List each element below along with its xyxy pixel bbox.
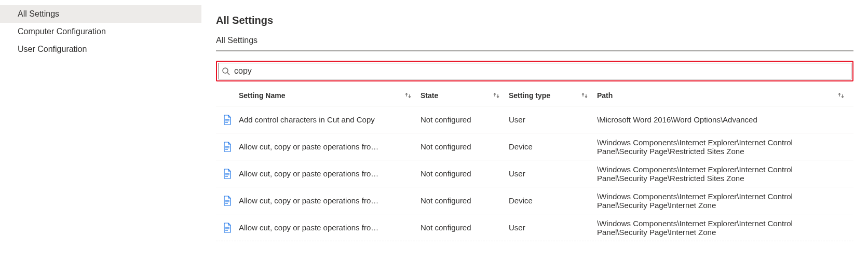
- page-title: All Settings: [216, 15, 853, 26]
- cell-setting-name: Allow cut, copy or paste operations fro…: [239, 196, 421, 205]
- sort-icon: [492, 91, 500, 100]
- breadcrumb[interactable]: All Settings: [216, 36, 853, 45]
- table-row[interactable]: Add control characters in Cut and Copy N…: [216, 106, 853, 133]
- cell-setting-name: Allow cut, copy or paste operations fro…: [239, 223, 421, 232]
- column-header-path[interactable]: Path: [597, 91, 853, 100]
- cell-state: Not configured: [421, 196, 509, 205]
- sidebar: All Settings Computer Configuration User…: [0, 0, 201, 262]
- policy-document-icon: [223, 115, 232, 125]
- cell-state: Not configured: [421, 169, 509, 178]
- table-row[interactable]: Allow cut, copy or paste operations fro……: [216, 187, 853, 214]
- cell-path: \Windows Components\Internet Explorer\In…: [597, 138, 853, 156]
- cell-setting-type: Device: [509, 196, 597, 205]
- settings-table: Setting Name State: [216, 85, 853, 241]
- table-row[interactable]: Allow cut, copy or paste operations fro……: [216, 160, 853, 187]
- cell-state: Not configured: [421, 223, 509, 232]
- cell-path: \Windows Components\Internet Explorer\In…: [597, 192, 853, 210]
- search-field[interactable]: [218, 63, 851, 79]
- cell-setting-type: User: [509, 169, 597, 178]
- cell-setting-type: User: [509, 223, 597, 232]
- cell-setting-name: Allow cut, copy or paste operations fro…: [239, 169, 421, 178]
- column-header-state[interactable]: State: [421, 91, 509, 100]
- search-highlight-box: [216, 61, 853, 81]
- policy-document-icon: [223, 196, 232, 206]
- column-header-setting-name[interactable]: Setting Name: [239, 91, 421, 100]
- policy-document-icon: [223, 169, 232, 179]
- cell-path: \Microsoft Word 2016\Word Options\Advanc…: [597, 115, 853, 124]
- table-row[interactable]: Allow cut, copy or paste operations fro……: [216, 214, 853, 241]
- divider: [216, 50, 853, 51]
- sort-icon: [580, 91, 589, 100]
- search-input[interactable]: [230, 66, 848, 76]
- column-header-setting-type[interactable]: Setting type: [509, 91, 597, 100]
- svg-line-1: [227, 73, 229, 75]
- cell-setting-name: Allow cut, copy or paste operations fro…: [239, 142, 421, 151]
- cell-path: \Windows Components\Internet Explorer\In…: [597, 219, 853, 237]
- table-body: Add control characters in Cut and Copy N…: [216, 106, 853, 241]
- table-row[interactable]: Allow cut, copy or paste operations fro……: [216, 133, 853, 160]
- cell-setting-name: Add control characters in Cut and Copy: [239, 115, 421, 124]
- cell-setting-type: Device: [509, 142, 597, 151]
- sidebar-item-all-settings[interactable]: All Settings: [0, 5, 201, 23]
- cell-setting-type: User: [509, 115, 597, 124]
- column-header-setting-type-label: Setting type: [509, 91, 550, 100]
- search-icon: [222, 67, 230, 75]
- sidebar-item-computer-configuration[interactable]: Computer Configuration: [0, 23, 201, 40]
- cell-state: Not configured: [421, 142, 509, 151]
- column-header-state-label: State: [421, 91, 438, 100]
- policy-document-icon: [223, 142, 232, 152]
- main-content: All Settings All Settings Setting Nam: [201, 0, 868, 262]
- sidebar-item-user-configuration[interactable]: User Configuration: [0, 40, 201, 58]
- svg-point-0: [223, 68, 228, 73]
- column-header-setting-name-label: Setting Name: [239, 91, 285, 100]
- policy-document-icon: [223, 223, 232, 233]
- column-header-path-label: Path: [597, 91, 613, 100]
- sort-icon: [404, 91, 412, 100]
- table-header-row: Setting Name State: [216, 85, 853, 106]
- cell-state: Not configured: [421, 115, 509, 124]
- cell-path: \Windows Components\Internet Explorer\In…: [597, 165, 853, 183]
- sort-icon: [837, 91, 845, 100]
